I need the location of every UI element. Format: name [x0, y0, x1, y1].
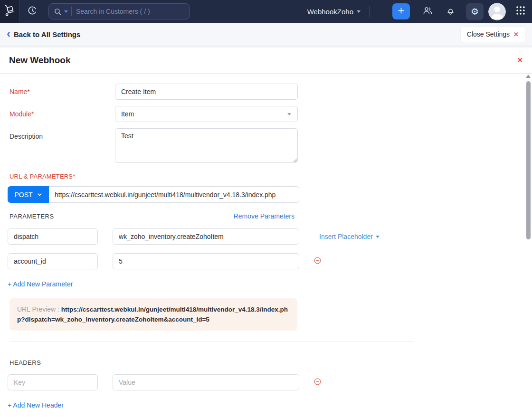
url-preview-box: URL Preview : https://cscarttest.webkul.… [10, 298, 297, 331]
apps-grid-icon [515, 5, 526, 18]
close-settings-button[interactable]: Close Settings ✕ [460, 26, 525, 42]
scrollbar-up-arrow-icon[interactable] [526, 75, 531, 78]
section-divider [10, 342, 414, 342]
parameters-header-row: PARAMETERS Remove Parameters [10, 212, 294, 220]
http-method-value: POST [14, 191, 32, 199]
parameter-key-input[interactable] [8, 228, 98, 245]
gear-icon: ⚙ [471, 7, 479, 16]
description-label: Description [10, 128, 115, 140]
add-new-header-link[interactable]: + Add New Header [8, 401, 64, 409]
insert-placeholder-dropdown[interactable]: Insert Placeholder [319, 233, 380, 240]
vertical-scrollbar [525, 75, 531, 239]
back-link-label: Back to All Settings [14, 30, 80, 38]
panel-header: New Webhook ✕ [0, 48, 532, 74]
org-switcher[interactable]: WebhookZoho [307, 8, 361, 16]
module-selected-value: Item [121, 110, 134, 118]
header-key-input[interactable] [8, 374, 98, 390]
add-new-parameter-link[interactable]: + Add New Parameter [8, 280, 73, 288]
header-value-input[interactable] [113, 374, 299, 390]
parameter-row [8, 253, 532, 269]
org-name: WebhookZoho [307, 8, 353, 16]
bell-icon [446, 6, 456, 18]
name-label: Name* [10, 84, 115, 95]
new-webhook-panel: New Webhook ✕ Name* Module* Item Descrip… [0, 48, 532, 418]
users-icon [422, 5, 433, 18]
quick-create-button[interactable] [392, 3, 410, 19]
remove-parameters-link[interactable]: Remove Parameters [234, 212, 294, 220]
method-caret-icon [37, 192, 42, 197]
settings-button[interactable]: ⚙ [466, 3, 484, 20]
plus-icon [397, 7, 405, 17]
scrollbar-thumb[interactable] [526, 81, 531, 239]
add-header-row: + Add New Header [8, 401, 532, 409]
parameter-row: Insert Placeholder [8, 228, 532, 245]
global-search [48, 3, 190, 19]
notifications-button[interactable] [446, 6, 456, 18]
name-field-row: Name* [10, 84, 532, 100]
module-field-row: Module* Item [10, 106, 532, 122]
select-caret-icon [287, 113, 291, 115]
users-button[interactable] [422, 5, 433, 18]
avatar[interactable] [488, 3, 506, 20]
topbar: WebhookZoho ⚙ [0, 0, 532, 23]
header-row [8, 374, 532, 390]
name-input[interactable] [115, 84, 298, 100]
panel-close-icon[interactable]: ✕ [517, 56, 523, 65]
history-clock-icon [27, 5, 38, 18]
minus-circle-icon [314, 256, 322, 266]
description-field-row: Description Test [10, 128, 532, 163]
parameters-title: PARAMETERS [10, 213, 54, 220]
search-divider [71, 7, 72, 16]
search-icon [54, 8, 62, 16]
chevron-down-icon [357, 10, 361, 13]
http-method-dropdown[interactable]: POST [8, 186, 49, 203]
recent-history-button[interactable] [27, 5, 38, 18]
page-title: New Webhook [9, 55, 71, 66]
description-textarea[interactable]: Test [115, 128, 298, 163]
parameter-value-input[interactable] [113, 228, 299, 245]
chevron-left-icon: ‹ [7, 29, 10, 38]
url-parameters-section-label: URL & PARAMETERS* [10, 173, 532, 180]
apps-menu-button[interactable] [515, 5, 526, 18]
module-label: Module* [10, 106, 115, 118]
settings-subheader: ‹ Back to All Settings Close Settings ✕ [0, 23, 532, 46]
headers-title: HEADERS [10, 359, 532, 366]
app-logo[interactable] [0, 0, 19, 23]
url-preview-label: URL Preview : [17, 305, 59, 313]
parameter-value-input[interactable] [113, 253, 299, 269]
add-parameter-row: + Add New Parameter [8, 280, 532, 288]
search-scope-caret-icon[interactable] [64, 10, 68, 13]
method-url-row: POST [8, 186, 532, 203]
topbar-divider [369, 6, 370, 17]
insert-placeholder-label: Insert Placeholder [319, 233, 373, 240]
close-settings-label: Close Settings [467, 30, 510, 38]
inventory-dolly-icon [3, 4, 16, 19]
remove-parameter-button[interactable] [314, 256, 322, 266]
search-input[interactable] [76, 8, 185, 15]
back-to-settings-link[interactable]: ‹ Back to All Settings [7, 30, 80, 38]
minus-circle-icon [314, 378, 322, 388]
insert-placeholder-caret-icon [376, 236, 380, 238]
remove-header-button[interactable] [314, 378, 322, 388]
module-select[interactable]: Item [115, 106, 298, 122]
parameter-key-input[interactable] [8, 253, 98, 269]
close-icon: ✕ [513, 31, 519, 38]
webhook-url-input[interactable] [49, 186, 299, 203]
